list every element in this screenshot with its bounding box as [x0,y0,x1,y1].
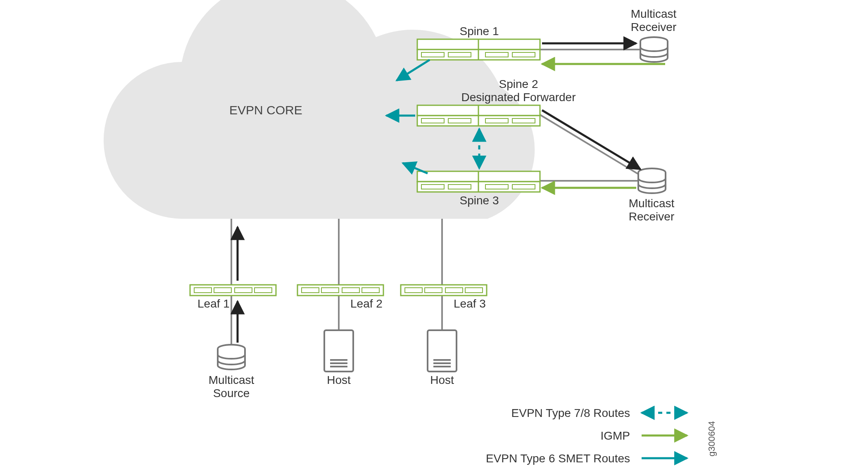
spine2-switch [417,105,540,126]
host2-icon [324,330,353,372]
legend-igmp: IGMP [600,429,630,443]
svg-rect-45 [324,330,353,372]
msrc-label: Multicast Source [209,374,254,400]
host3-icon [428,330,457,372]
leaf2-switch [297,285,383,296]
leaf2-label: Leaf 2 [350,297,383,310]
spine1-label: Spine 1 [460,25,499,38]
leaf3-switch [401,285,487,296]
host2-label: Host [327,374,351,387]
figure-id: g300604 [706,421,717,457]
svg-rect-32 [297,285,383,296]
host3-label: Host [430,374,454,387]
svg-line-4 [540,115,647,180]
spine1-switch [417,39,540,60]
legend-type6: EVPN Type 6 SMET Routes [486,452,630,465]
multicast-receiver-top-icon [640,37,668,62]
leaf3-label: Leaf 3 [454,297,486,310]
multicast-receiver-right-icon [638,168,666,193]
legend-lines [642,413,687,458]
svg-rect-49 [428,330,457,372]
spine3-switch [417,171,540,192]
mrcv-top-label: Multicast Receiver [631,7,676,34]
host-icons [324,330,457,372]
leaf1-switch [190,285,276,296]
leaf1-label: Leaf 1 [197,297,230,310]
legend-type78: EVPN Type 7/8 Routes [511,407,630,420]
svg-rect-27 [190,285,276,296]
svg-rect-37 [401,285,487,296]
svg-line-56 [542,110,640,169]
multicast-source-icon [218,345,245,369]
core-label: EVPN CORE [229,103,302,118]
spine3-label: Spine 3 [460,194,499,207]
spine2-label: Spine 2 Designated Forwarder [461,78,575,104]
mrcv-right-label: Multicast Receiver [629,197,674,223]
